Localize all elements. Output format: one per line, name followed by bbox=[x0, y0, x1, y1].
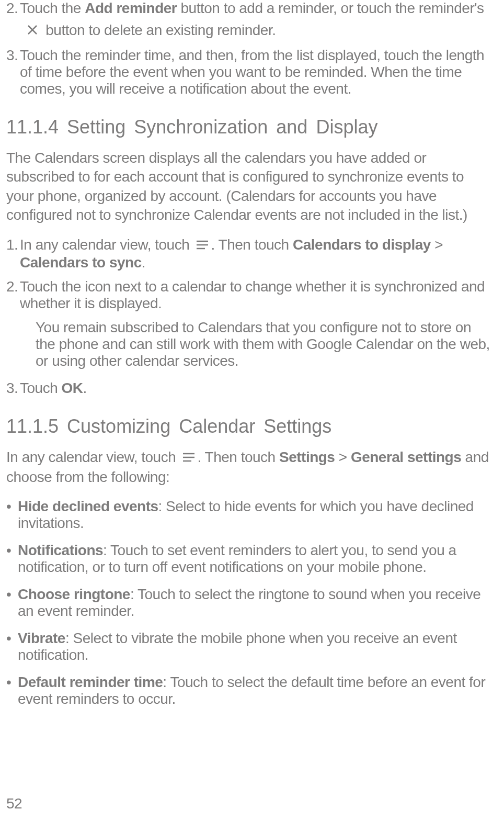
sync-step-2-body: Touch the icon next to a calendar to cha… bbox=[20, 278, 492, 312]
bold-calendars-sync: Calendars to sync bbox=[20, 254, 142, 271]
sync-step-2: 2. Touch the icon next to a calendar to … bbox=[6, 278, 492, 312]
sync-step-2-number: 2. bbox=[6, 278, 20, 312]
sync-step-3-body: Touch OK. bbox=[20, 380, 492, 397]
sync-step-1-body: In any calendar view, touch . Then touch… bbox=[20, 237, 492, 271]
intro-11-1-5: In any calendar view, touch . Then touch… bbox=[6, 448, 492, 487]
text: button to delete an existing reminder. bbox=[42, 22, 276, 38]
heading-11-1-4: 11.1.4 Setting Synchronization and Displ… bbox=[6, 116, 492, 138]
bold-calendars-display: Calendars to display bbox=[293, 237, 431, 253]
step-3-body: Touch the reminder time, and then, from … bbox=[20, 47, 492, 97]
text: . bbox=[142, 254, 145, 271]
step-2-body: Touch the Add reminder button to add a r… bbox=[20, 0, 492, 40]
text: > bbox=[335, 449, 350, 465]
text: . bbox=[83, 380, 87, 396]
step-2-number: 2. bbox=[6, 0, 20, 40]
text: button to add a reminder, or touch the r… bbox=[177, 0, 484, 16]
text: In any calendar view, touch bbox=[6, 449, 180, 465]
bullet-bold: Hide declined events bbox=[18, 498, 158, 514]
bullet-bold: Notifications bbox=[18, 542, 103, 558]
text: Touch bbox=[20, 380, 62, 396]
step-3: 3. Touch the reminder time, and then, fr… bbox=[6, 47, 492, 97]
sync-step-2-note: You remain subscribed to Calendars that … bbox=[36, 319, 492, 369]
bullet-bold: Choose ringtone bbox=[18, 586, 130, 602]
sync-step-1-number: 1. bbox=[6, 237, 20, 271]
heading-11-1-5: 11.1.5 Customizing Calendar Settings bbox=[6, 415, 492, 437]
bullet-bold: Vibrate bbox=[18, 630, 65, 646]
bullet-rest: : Select to vibrate the mobile phone whe… bbox=[18, 630, 457, 663]
menu-icon bbox=[182, 449, 196, 468]
bullet-choose-ringtone: • Choose ringtone: Touch to select the r… bbox=[6, 586, 492, 620]
close-icon bbox=[26, 23, 39, 40]
step-2: 2. Touch the Add reminder button to add … bbox=[6, 0, 492, 40]
text: Touch the bbox=[20, 0, 85, 16]
bullet-marker: • bbox=[6, 674, 18, 707]
sync-step-1: 1. In any calendar view, touch . Then to… bbox=[6, 237, 492, 271]
sync-step-3-number: 3. bbox=[6, 380, 20, 397]
text: In any calendar view, touch bbox=[20, 237, 193, 253]
bold-add-reminder: Add reminder bbox=[85, 0, 177, 16]
bullet-body: Choose ringtone: Touch to select the rin… bbox=[18, 586, 492, 620]
bullet-body: Vibrate: Select to vibrate the mobile ph… bbox=[18, 630, 492, 664]
menu-icon bbox=[196, 238, 209, 254]
bullet-body: Notifications: Touch to set event remind… bbox=[18, 542, 492, 576]
text: . Then touch bbox=[211, 237, 293, 253]
bullet-body: Default reminder time: Touch to select t… bbox=[18, 674, 492, 707]
sync-step-3: 3. Touch OK. bbox=[6, 380, 492, 397]
bullet-vibrate: • Vibrate: Select to vibrate the mobile … bbox=[6, 630, 492, 664]
intro-11-1-4: The Calendars screen displays all the ca… bbox=[6, 149, 492, 225]
bullet-default-reminder: • Default reminder time: Touch to select… bbox=[6, 674, 492, 707]
text: . Then touch bbox=[198, 449, 279, 465]
text: > bbox=[431, 237, 443, 253]
bullet-notifications: • Notifications: Touch to set event remi… bbox=[6, 542, 492, 576]
bullet-bold: Default reminder time bbox=[18, 674, 163, 690]
bold-general-settings: General settings bbox=[351, 449, 461, 465]
bullet-body: Hide declined events: Select to hide eve… bbox=[18, 498, 492, 532]
bold-settings: Settings bbox=[279, 449, 335, 465]
bold-ok: OK bbox=[62, 380, 83, 396]
bullet-marker: • bbox=[6, 586, 18, 620]
bullet-marker: • bbox=[6, 630, 18, 664]
page-number: 52 bbox=[6, 795, 22, 812]
step-3-number: 3. bbox=[6, 47, 20, 97]
bullet-marker: • bbox=[6, 498, 18, 532]
bullet-hide-declined: • Hide declined events: Select to hide e… bbox=[6, 498, 492, 532]
bullet-marker: • bbox=[6, 542, 18, 576]
